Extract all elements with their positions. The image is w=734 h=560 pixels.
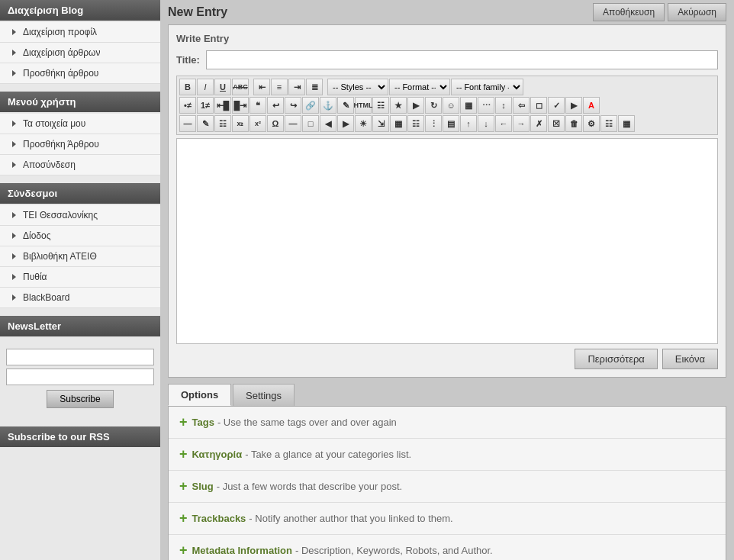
- expand2-button[interactable]: ☀: [355, 115, 372, 132]
- row-props-button[interactable]: ☷: [600, 115, 617, 132]
- box-button[interactable]: □: [302, 115, 319, 132]
- unordered-list-button[interactable]: •≠: [179, 97, 196, 114]
- newsletter-email-input[interactable]: [6, 369, 154, 385]
- sidebar-item-my-info[interactable]: Τα στοιχεία μου: [0, 114, 160, 134]
- image-button[interactable]: Εικόνα: [662, 349, 718, 369]
- sidebar-item-add-article-user[interactable]: Προσθήκη Άρθρου: [0, 134, 160, 155]
- minus-button[interactable]: ―: [285, 115, 301, 132]
- font-family-select[interactable]: -- Font family --: [451, 79, 523, 95]
- cols-button[interactable]: ▦: [390, 115, 407, 132]
- expand-tags-icon[interactable]: +: [179, 414, 188, 430]
- blockquote-button[interactable]: ❝: [249, 97, 266, 114]
- move-right-button[interactable]: ▶: [337, 115, 354, 132]
- omega-button[interactable]: Ω: [267, 115, 284, 132]
- bold-button[interactable]: B: [179, 79, 196, 95]
- more-button[interactable]: ⋯: [478, 97, 494, 114]
- expand-slug-icon[interactable]: +: [179, 478, 188, 494]
- align-justify-button[interactable]: ≣: [306, 79, 323, 95]
- arrow-icon: [12, 70, 18, 76]
- del-col-button[interactable]: ☒: [548, 115, 565, 132]
- anchor-button[interactable]: ⚓: [320, 97, 336, 114]
- page-title: New Entry: [168, 5, 227, 19]
- col-left-button[interactable]: ←: [495, 115, 512, 132]
- save-button[interactable]: Αποθήκευση: [593, 3, 665, 21]
- table2-button[interactable]: ☷: [214, 115, 231, 132]
- page-break-button[interactable]: ⇦: [513, 97, 530, 114]
- col-right-button[interactable]: →: [513, 115, 530, 132]
- format-select[interactable]: -- Format --: [389, 79, 450, 95]
- preview-button[interactable]: ▶: [565, 97, 582, 114]
- option-category: + Κατηγορία - Take a glance at your cate…: [169, 439, 726, 471]
- newsletter-name-input[interactable]: [6, 349, 154, 365]
- row-below-button[interactable]: ↓: [478, 115, 494, 132]
- align-center-button[interactable]: ≡: [271, 79, 288, 95]
- title-row: Title:: [176, 50, 718, 69]
- spell-check-button[interactable]: ✓: [548, 97, 565, 114]
- align-right-button[interactable]: ⇥: [288, 79, 305, 95]
- sidebar-item-profile[interactable]: Διαχείριση προφίλ: [0, 22, 160, 43]
- editor-area[interactable]: [176, 138, 718, 344]
- media-button[interactable]: ▶: [407, 97, 424, 114]
- expand-category-icon[interactable]: +: [179, 446, 188, 462]
- html-button[interactable]: HTML: [355, 97, 372, 114]
- trackbacks-title: Trackbacks: [192, 513, 246, 524]
- row-above-button[interactable]: ↑: [460, 115, 477, 132]
- more-button[interactable]: Περισσότερα: [575, 349, 657, 369]
- sidebar-item-library[interactable]: Βιβλιοθήκη ΑΤΕΙΘ: [0, 246, 160, 267]
- sidebar-item-pythia[interactable]: Πυθία: [0, 267, 160, 288]
- sidebar-item-blackboard[interactable]: BlackBoard: [0, 288, 160, 308]
- sup-button[interactable]: x²: [249, 115, 266, 132]
- sidebar-item-add-article[interactable]: Προσθήκη άρθρου: [0, 63, 160, 84]
- merge-button[interactable]: ⋮: [425, 115, 442, 132]
- hr-button[interactable]: ―: [179, 115, 196, 132]
- table-props-button[interactable]: ⚙: [583, 115, 600, 132]
- link-button[interactable]: 🔗: [302, 97, 319, 114]
- subscribe-button[interactable]: Subscribe: [47, 390, 113, 408]
- expand-metadata-icon[interactable]: +: [179, 542, 188, 558]
- move-left-button[interactable]: ◀: [320, 115, 336, 132]
- tab-settings[interactable]: Settings: [233, 384, 295, 406]
- align-left-button[interactable]: ⇤: [253, 79, 270, 95]
- table-button[interactable]: ☷: [372, 97, 389, 114]
- strikethrough-button[interactable]: ABC: [232, 79, 249, 95]
- links-section: Σύνδεσμοι ΤΕΙ Θεσσαλονίκης Δίοδος Βιβλιο…: [0, 183, 160, 308]
- arrow-icon: [12, 162, 18, 168]
- outdent-button[interactable]: ⇤█: [214, 97, 231, 114]
- styles-select[interactable]: -- Styles --: [327, 79, 388, 95]
- pencil-button[interactable]: ✎: [197, 115, 214, 132]
- title-input[interactable]: [206, 50, 718, 69]
- del-row-button[interactable]: ✗: [530, 115, 547, 132]
- sub-button[interactable]: x₂: [232, 115, 249, 132]
- expand-trackbacks-icon[interactable]: +: [179, 510, 188, 526]
- cancel-button[interactable]: Ακύρωση: [668, 3, 726, 21]
- expand-button[interactable]: ◻: [530, 97, 547, 114]
- del-table-button[interactable]: 🗑: [565, 115, 582, 132]
- collapse-button[interactable]: ⇲: [372, 115, 389, 132]
- split-button[interactable]: ▤: [443, 115, 459, 132]
- redo-button[interactable]: ↪: [285, 97, 301, 114]
- editor-footer: Περισσότερα Εικόνα: [176, 349, 718, 369]
- spacing-button[interactable]: ↕: [495, 97, 512, 114]
- newsletter-title: NewsLetter: [0, 316, 160, 336]
- refresh-button[interactable]: ↻: [425, 97, 442, 114]
- sidebar-item-logout[interactable]: Αποσύνδεση: [0, 155, 160, 175]
- layer-button[interactable]: ▦: [460, 97, 477, 114]
- special-chars-button[interactable]: ★: [390, 97, 407, 114]
- tabs-header: Options Settings: [168, 384, 726, 406]
- rss-section[interactable]: Subscribe to our RSS: [0, 426, 160, 447]
- ordered-list-button[interactable]: 1≠: [197, 97, 214, 114]
- underline-button[interactable]: U: [214, 79, 231, 95]
- sidebar-item-articles[interactable]: Διαχείριση άρθρων: [0, 43, 160, 63]
- sidebar-item-tei[interactable]: ΤΕΙ Θεσσαλονίκης: [0, 205, 160, 226]
- font-color-button[interactable]: A: [583, 97, 600, 114]
- image-button[interactable]: ✎: [337, 97, 354, 114]
- italic-button[interactable]: I: [197, 79, 214, 95]
- undo-button[interactable]: ↩: [267, 97, 284, 114]
- emoticon-button[interactable]: ☺: [443, 97, 459, 114]
- tab-options[interactable]: Options: [168, 384, 231, 406]
- cell-props-button[interactable]: ▦: [618, 115, 635, 132]
- sidebar: Διαχείριση Blog Διαχείριση προφίλ Διαχεί…: [0, 0, 160, 560]
- sidebar-item-diodos[interactable]: Δίοδος: [0, 226, 160, 246]
- grid-button[interactable]: ☷: [407, 115, 424, 132]
- indent-button[interactable]: █⇥: [232, 97, 249, 114]
